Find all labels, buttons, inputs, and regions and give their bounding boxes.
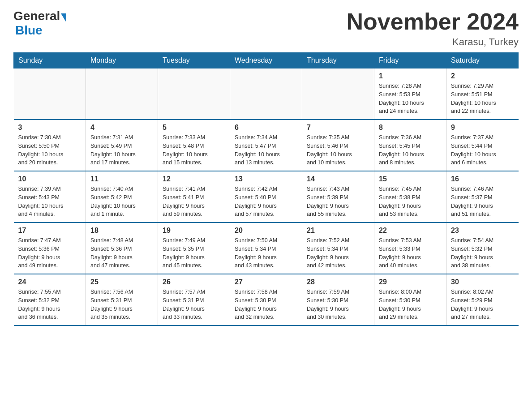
day-info: Sunrise: 7:41 AMSunset: 5:41 PMDaylight:… bbox=[163, 185, 225, 218]
day-info: Sunrise: 7:28 AMSunset: 5:53 PMDaylight:… bbox=[379, 82, 442, 116]
day-info: Sunrise: 7:43 AMSunset: 5:39 PMDaylight:… bbox=[307, 185, 369, 218]
day-number: 18 bbox=[90, 227, 153, 235]
day-info: Sunrise: 7:29 AMSunset: 5:51 PMDaylight:… bbox=[451, 82, 514, 116]
day-info: Sunrise: 7:39 AMSunset: 5:43 PMDaylight:… bbox=[18, 185, 82, 218]
week-row-3: 10Sunrise: 7:39 AMSunset: 5:43 PMDayligh… bbox=[14, 171, 519, 223]
calendar-cell: 3Sunrise: 7:30 AMSunset: 5:50 PMDaylight… bbox=[14, 120, 86, 171]
calendar-cell: 9Sunrise: 7:37 AMSunset: 5:44 PMDaylight… bbox=[446, 120, 519, 171]
day-info: Sunrise: 7:56 AMSunset: 5:31 PMDaylight:… bbox=[90, 288, 153, 321]
week-row-5: 24Sunrise: 7:55 AMSunset: 5:32 PMDayligh… bbox=[14, 274, 519, 325]
day-number: 27 bbox=[235, 278, 297, 286]
calendar-cell: 23Sunrise: 7:54 AMSunset: 5:32 PMDayligh… bbox=[446, 223, 519, 274]
day-info: Sunrise: 7:59 AMSunset: 5:30 PMDaylight:… bbox=[307, 288, 369, 321]
logo: General Blue bbox=[13, 9, 66, 38]
day-info: Sunrise: 7:45 AMSunset: 5:38 PMDaylight:… bbox=[379, 185, 442, 218]
weekday-header-friday: Friday bbox=[374, 53, 446, 68]
page-header: General Blue November 2024 Karasu, Turke… bbox=[13, 9, 519, 48]
calendar-cell bbox=[86, 68, 158, 120]
day-number: 3 bbox=[18, 124, 82, 132]
day-info: Sunrise: 7:54 AMSunset: 5:32 PMDaylight:… bbox=[451, 236, 514, 270]
logo-blue: Blue bbox=[15, 23, 43, 37]
calendar-cell: 29Sunrise: 8:00 AMSunset: 5:30 PMDayligh… bbox=[374, 274, 446, 325]
weekday-header-saturday: Saturday bbox=[446, 53, 519, 68]
day-number: 15 bbox=[379, 175, 442, 183]
day-info: Sunrise: 7:40 AMSunset: 5:42 PMDaylight:… bbox=[90, 185, 153, 218]
day-number: 5 bbox=[163, 124, 225, 132]
day-number: 8 bbox=[379, 124, 442, 132]
day-info: Sunrise: 7:35 AMSunset: 5:46 PMDaylight:… bbox=[307, 133, 369, 167]
logo-arrow-icon bbox=[61, 13, 66, 22]
day-number: 6 bbox=[235, 124, 297, 132]
day-number: 25 bbox=[90, 278, 153, 286]
calendar-cell: 22Sunrise: 7:53 AMSunset: 5:33 PMDayligh… bbox=[374, 223, 446, 274]
calendar-cell: 4Sunrise: 7:31 AMSunset: 5:49 PMDaylight… bbox=[86, 120, 158, 171]
calendar-cell: 16Sunrise: 7:46 AMSunset: 5:37 PMDayligh… bbox=[446, 171, 519, 223]
day-number: 24 bbox=[18, 278, 82, 286]
day-number: 11 bbox=[90, 175, 153, 183]
day-number: 21 bbox=[307, 227, 369, 235]
calendar-cell: 11Sunrise: 7:40 AMSunset: 5:42 PMDayligh… bbox=[86, 171, 158, 223]
location-title: Karasu, Turkey bbox=[347, 36, 519, 48]
calendar-cell: 8Sunrise: 7:36 AMSunset: 5:45 PMDaylight… bbox=[374, 120, 446, 171]
calendar-cell bbox=[230, 68, 302, 120]
day-info: Sunrise: 7:46 AMSunset: 5:37 PMDaylight:… bbox=[451, 185, 514, 218]
calendar-cell: 10Sunrise: 7:39 AMSunset: 5:43 PMDayligh… bbox=[14, 171, 86, 223]
calendar-cell: 28Sunrise: 7:59 AMSunset: 5:30 PMDayligh… bbox=[302, 274, 374, 325]
calendar-cell: 14Sunrise: 7:43 AMSunset: 5:39 PMDayligh… bbox=[302, 171, 374, 223]
calendar-cell: 13Sunrise: 7:42 AMSunset: 5:40 PMDayligh… bbox=[230, 171, 302, 223]
day-info: Sunrise: 7:48 AMSunset: 5:36 PMDaylight:… bbox=[90, 236, 153, 270]
day-number: 19 bbox=[163, 227, 225, 235]
day-info: Sunrise: 8:00 AMSunset: 5:30 PMDaylight:… bbox=[379, 288, 442, 321]
day-info: Sunrise: 7:36 AMSunset: 5:45 PMDaylight:… bbox=[379, 133, 442, 167]
day-number: 26 bbox=[163, 278, 225, 286]
day-number: 1 bbox=[379, 72, 442, 80]
calendar-cell: 27Sunrise: 7:58 AMSunset: 5:30 PMDayligh… bbox=[230, 274, 302, 325]
day-number: 17 bbox=[18, 227, 82, 235]
calendar-cell: 12Sunrise: 7:41 AMSunset: 5:41 PMDayligh… bbox=[158, 171, 230, 223]
day-info: Sunrise: 7:34 AMSunset: 5:47 PMDaylight:… bbox=[235, 133, 297, 167]
calendar-cell bbox=[158, 68, 230, 120]
calendar-cell: 24Sunrise: 7:55 AMSunset: 5:32 PMDayligh… bbox=[14, 274, 86, 325]
month-title: November 2024 bbox=[347, 9, 519, 34]
week-row-4: 17Sunrise: 7:47 AMSunset: 5:36 PMDayligh… bbox=[14, 223, 519, 274]
day-number: 12 bbox=[163, 175, 225, 183]
calendar-cell: 19Sunrise: 7:49 AMSunset: 5:35 PMDayligh… bbox=[158, 223, 230, 274]
day-info: Sunrise: 7:53 AMSunset: 5:33 PMDaylight:… bbox=[379, 236, 442, 270]
calendar-cell: 1Sunrise: 7:28 AMSunset: 5:53 PMDaylight… bbox=[374, 68, 446, 120]
weekday-header-tuesday: Tuesday bbox=[158, 53, 230, 68]
day-number: 28 bbox=[307, 278, 369, 286]
day-info: Sunrise: 7:49 AMSunset: 5:35 PMDaylight:… bbox=[163, 236, 225, 270]
calendar-cell: 18Sunrise: 7:48 AMSunset: 5:36 PMDayligh… bbox=[86, 223, 158, 274]
calendar-cell bbox=[14, 68, 86, 120]
day-info: Sunrise: 7:58 AMSunset: 5:30 PMDaylight:… bbox=[235, 288, 297, 321]
day-info: Sunrise: 7:33 AMSunset: 5:48 PMDaylight:… bbox=[163, 133, 225, 167]
weekday-header-monday: Monday bbox=[86, 53, 158, 68]
weekday-header-wednesday: Wednesday bbox=[230, 53, 302, 68]
title-block: November 2024 Karasu, Turkey bbox=[347, 9, 519, 48]
calendar-cell: 15Sunrise: 7:45 AMSunset: 5:38 PMDayligh… bbox=[374, 171, 446, 223]
day-number: 16 bbox=[451, 175, 514, 183]
calendar-cell: 21Sunrise: 7:52 AMSunset: 5:34 PMDayligh… bbox=[302, 223, 374, 274]
logo-general: General bbox=[13, 9, 60, 23]
weekday-header-thursday: Thursday bbox=[302, 53, 374, 68]
day-number: 20 bbox=[235, 227, 297, 235]
day-info: Sunrise: 7:55 AMSunset: 5:32 PMDaylight:… bbox=[18, 288, 82, 321]
day-number: 2 bbox=[451, 72, 514, 80]
day-info: Sunrise: 8:02 AMSunset: 5:29 PMDaylight:… bbox=[451, 288, 514, 321]
calendar-table: SundayMondayTuesdayWednesdayThursdayFrid… bbox=[13, 52, 519, 326]
calendar-cell: 17Sunrise: 7:47 AMSunset: 5:36 PMDayligh… bbox=[14, 223, 86, 274]
day-info: Sunrise: 7:57 AMSunset: 5:31 PMDaylight:… bbox=[163, 288, 225, 321]
weekday-header-row: SundayMondayTuesdayWednesdayThursdayFrid… bbox=[14, 53, 519, 68]
calendar-cell: 30Sunrise: 8:02 AMSunset: 5:29 PMDayligh… bbox=[446, 274, 519, 325]
calendar-cell: 2Sunrise: 7:29 AMSunset: 5:51 PMDaylight… bbox=[446, 68, 519, 120]
calendar-cell: 25Sunrise: 7:56 AMSunset: 5:31 PMDayligh… bbox=[86, 274, 158, 325]
day-number: 4 bbox=[90, 124, 153, 132]
day-number: 10 bbox=[18, 175, 82, 183]
calendar-cell: 26Sunrise: 7:57 AMSunset: 5:31 PMDayligh… bbox=[158, 274, 230, 325]
day-number: 29 bbox=[379, 278, 442, 286]
day-number: 13 bbox=[235, 175, 297, 183]
weekday-header-sunday: Sunday bbox=[14, 53, 86, 68]
calendar-cell bbox=[302, 68, 374, 120]
calendar-cell: 6Sunrise: 7:34 AMSunset: 5:47 PMDaylight… bbox=[230, 120, 302, 171]
day-number: 9 bbox=[451, 124, 514, 132]
